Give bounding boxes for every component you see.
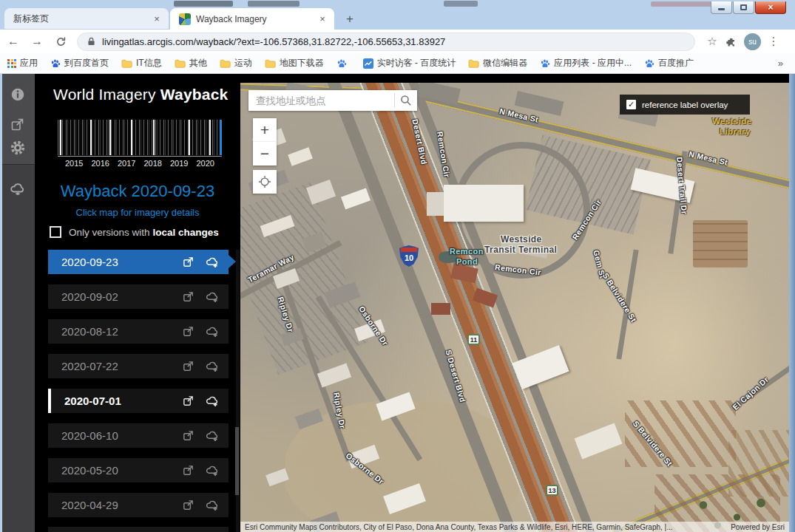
timeline-bar — [189, 120, 190, 155]
tab-wayback-imagery[interactable]: Wayback Imagery × — [170, 8, 334, 30]
bookmark-star-icon[interactable]: ☆ — [703, 32, 722, 51]
version-row-2020-04-29[interactable]: 2020-04-29 — [48, 493, 229, 517]
imagery-details-link[interactable]: Click map for imagery details — [35, 207, 240, 218]
zoom-out-button[interactable]: − — [253, 142, 277, 166]
version-add-to-cloud-icon[interactable] — [204, 290, 220, 304]
map-canvas[interactable]: N Mesa St N Mesa St Westside Library Des… — [240, 83, 789, 532]
bookmarks-overflow-chevron[interactable]: » — [778, 58, 783, 69]
version-share-icon[interactable] — [180, 255, 196, 270]
version-row-2020-05-20[interactable]: 2020-05-20 — [48, 458, 229, 482]
window-border-right — [789, 74, 795, 532]
version-share-icon[interactable] — [180, 429, 196, 443]
version-row-2020-06-10[interactable]: 2020-06-10 — [48, 423, 229, 448]
version-add-to-cloud-icon[interactable] — [204, 498, 220, 513]
extensions-puzzle-icon[interactable] — [722, 32, 741, 51]
bookmark-paw[interactable] — [336, 58, 351, 69]
version-add-to-cloud-icon[interactable] — [204, 429, 220, 443]
timeline-year-labels: 2015 2016 2017 2018 2019 2020 — [58, 159, 222, 168]
folder-icon — [175, 59, 186, 68]
close-button[interactable]: × — [755, 1, 786, 14]
version-row-2020-08-12[interactable]: 2020-08-12 — [48, 319, 229, 344]
filter-checkbox[interactable] — [50, 226, 61, 238]
version-add-to-cloud-icon[interactable] — [204, 255, 220, 270]
version-add-to-cloud-icon[interactable] — [204, 463, 220, 478]
bookmark-baidu-promotion[interactable]: 百度推广 — [644, 57, 694, 69]
address-bar[interactable]: livingatlas.arcgis.com/wayback/?ext=-106… — [77, 33, 695, 51]
settings-button[interactable] — [0, 135, 35, 160]
bookmark-folder-map-downloader[interactable]: 地图下载器 — [265, 57, 324, 69]
tab-new-tab-page[interactable]: 新标签页 × — [4, 8, 169, 30]
browser-menu-icon[interactable]: ⋮ — [764, 32, 783, 51]
forward-button[interactable]: → — [27, 32, 47, 51]
version-row-2020-09-02[interactable]: 2020-09-02 — [48, 284, 229, 309]
locate-icon — [258, 175, 271, 188]
overlay-label: reference label overlay — [642, 100, 728, 109]
bookmark-baidu-analytics[interactable]: 实时访客 - 百度统计 — [363, 57, 456, 69]
zoom-in-button[interactable]: + — [253, 118, 277, 142]
version-add-to-cloud-icon[interactable] — [204, 359, 220, 374]
frame-smudge — [174, 1, 233, 7]
map-label-westside-transit-terminal: Transit Terminal — [484, 245, 557, 255]
version-barcode-timeline[interactable] — [58, 120, 222, 155]
bookmark-label: 运动 — [234, 57, 252, 69]
window-frame — [0, 0, 795, 8]
profile-avatar[interactable]: su — [744, 33, 761, 50]
local-changes-filter[interactable]: Only versions with local changes — [50, 226, 219, 238]
export-animation-button[interactable] — [0, 177, 35, 202]
locate-button[interactable] — [253, 170, 277, 194]
version-date: 2020-07-01 — [64, 395, 180, 407]
version-share-icon[interactable] — [180, 324, 196, 339]
version-share-icon[interactable] — [180, 359, 196, 374]
year-label: 2015 — [65, 159, 83, 168]
map-building — [341, 188, 371, 209]
frame-smudge — [248, 1, 300, 7]
bookmark-app-list[interactable]: 应用列表 - 应用中... — [540, 57, 632, 69]
timeline-bar — [131, 120, 132, 155]
gear-icon — [10, 140, 26, 156]
bookmark-folder-sport[interactable]: 运动 — [220, 57, 252, 69]
version-add-to-cloud-icon[interactable] — [204, 324, 220, 339]
maximize-button[interactable] — [733, 1, 754, 14]
folder-icon — [265, 59, 276, 68]
search-input[interactable] — [248, 90, 394, 111]
bookmark-baidu-home[interactable]: 到百度首页 — [50, 57, 109, 69]
shield-band — [401, 248, 417, 252]
reference-label-overlay-toggle[interactable]: ✓ reference label overlay — [620, 95, 750, 115]
version-row-2020-07-01[interactable]: 2020-07-01 — [48, 389, 229, 413]
year-label: 2017 — [118, 159, 135, 168]
version-row-partial[interactable] — [48, 527, 229, 532]
minimize-button[interactable] — [711, 1, 732, 14]
version-share-icon[interactable] — [180, 394, 196, 409]
version-add-to-cloud-icon[interactable] — [204, 394, 220, 409]
bookmark-folder-wechat-editor[interactable]: 微信编辑器 — [468, 57, 527, 69]
version-row-2020-09-23[interactable]: 2020-09-23 — [48, 250, 229, 274]
bookmark-folder-it[interactable]: IT信息 — [121, 57, 162, 69]
share-button[interactable] — [0, 112, 35, 137]
toolbar-right: ☆ su ⋮ — [703, 32, 783, 51]
version-share-icon[interactable] — [180, 290, 196, 304]
selected-version-heading: Wayback 2020-09-23 — [35, 182, 240, 201]
tab-close-icon[interactable]: × — [317, 13, 328, 25]
minimize-icon — [718, 8, 725, 10]
paw-icon — [336, 58, 347, 69]
info-button[interactable] — [0, 82, 35, 107]
info-icon — [10, 86, 26, 103]
window-border-left — [0, 74, 2, 532]
new-tab-button[interactable]: + — [340, 10, 359, 28]
tab-close-icon[interactable]: × — [151, 13, 163, 25]
version-row-2020-07-22[interactable]: 2020-07-22 — [48, 354, 229, 378]
sidebar-scrollbar[interactable] — [236, 250, 240, 532]
powered-by-esri: Powered by Esri — [731, 523, 785, 531]
scrollbar-thumb[interactable] — [235, 427, 239, 495]
overlay-checkbox[interactable]: ✓ — [626, 100, 636, 109]
back-button[interactable]: ← — [3, 32, 24, 51]
search-button[interactable] — [395, 90, 417, 111]
version-share-icon[interactable] — [180, 498, 196, 513]
bookmark-apps[interactable]: 应用 — [7, 57, 38, 69]
map-search-box[interactable] — [248, 90, 417, 111]
version-date: 2020-09-23 — [61, 256, 180, 268]
reload-button[interactable] — [50, 32, 71, 51]
chart-icon — [363, 58, 373, 69]
bookmark-folder-other[interactable]: 其他 — [175, 57, 207, 69]
version-share-icon[interactable] — [180, 463, 196, 478]
